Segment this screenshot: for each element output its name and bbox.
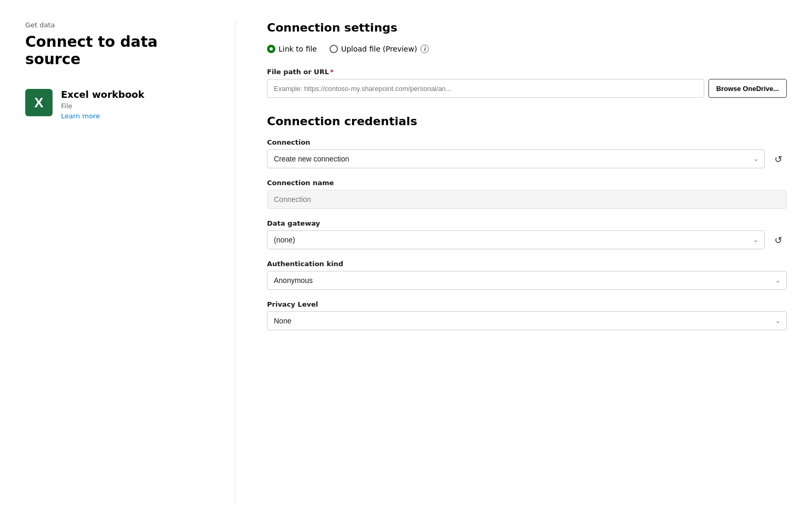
privacy-level-select-wrapper: None ⌄ bbox=[267, 311, 787, 330]
source-name: Excel workbook bbox=[61, 89, 145, 100]
connection-select-row: Create new connection ⌄ ↺ bbox=[267, 149, 787, 168]
credentials-title: Connection credentials bbox=[267, 115, 787, 128]
connection-type-radio-group: Link to file Upload file (Preview) i bbox=[267, 45, 787, 53]
excel-icon: X bbox=[25, 89, 53, 116]
upload-file-radio[interactable] bbox=[330, 45, 338, 53]
privacy-level-select[interactable]: None bbox=[267, 311, 787, 330]
link-to-file-label: Link to file bbox=[279, 45, 317, 53]
page-title: Connect to data source bbox=[25, 33, 210, 68]
data-gateway-refresh-icon[interactable]: ↺ bbox=[770, 231, 787, 248]
data-gateway-select[interactable]: (none) bbox=[267, 230, 765, 249]
file-path-field: File path or URL* Browse OneDrive... bbox=[267, 68, 787, 98]
privacy-level-label: Privacy Level bbox=[267, 300, 787, 308]
auth-kind-field: Authentication kind Anonymous ⌄ bbox=[267, 260, 787, 290]
data-gateway-select-row: (none) ⌄ ↺ bbox=[267, 230, 787, 249]
connection-settings-title: Connection settings bbox=[267, 21, 787, 34]
auth-kind-label: Authentication kind bbox=[267, 260, 787, 268]
learn-more-link[interactable]: Learn more bbox=[61, 112, 145, 120]
data-gateway-field: Data gateway (none) ⌄ ↺ bbox=[267, 219, 787, 249]
connection-select[interactable]: Create new connection bbox=[267, 149, 765, 168]
data-gateway-label: Data gateway bbox=[267, 219, 787, 227]
data-source-info: X Excel workbook File Learn more bbox=[25, 89, 210, 120]
link-to-file-option[interactable]: Link to file bbox=[267, 45, 317, 53]
required-star: * bbox=[330, 68, 334, 76]
privacy-level-field: Privacy Level None ⌄ bbox=[267, 300, 787, 330]
link-to-file-radio[interactable] bbox=[267, 45, 275, 53]
connection-field-label: Connection bbox=[267, 138, 787, 146]
connection-field: Connection Create new connection ⌄ ↺ bbox=[267, 138, 787, 168]
file-path-row: Browse OneDrive... bbox=[267, 79, 787, 98]
file-path-label: File path or URL* bbox=[267, 68, 787, 76]
connection-name-field: Connection name bbox=[267, 179, 787, 209]
connection-select-wrapper: Create new connection ⌄ bbox=[267, 149, 765, 168]
source-type: File bbox=[61, 102, 145, 110]
browse-onedrive-button[interactable]: Browse OneDrive... bbox=[708, 79, 787, 98]
auth-kind-select-wrapper: Anonymous ⌄ bbox=[267, 271, 787, 290]
right-panel: Connection settings Link to file Upload … bbox=[235, 21, 787, 505]
credentials-section: Connection credentials Connection Create… bbox=[267, 115, 787, 330]
upload-file-option[interactable]: Upload file (Preview) i bbox=[330, 45, 429, 53]
auth-kind-select[interactable]: Anonymous bbox=[267, 271, 787, 290]
excel-letter: X bbox=[34, 95, 43, 111]
connection-name-input[interactable] bbox=[267, 190, 787, 209]
source-details: Excel workbook File Learn more bbox=[61, 89, 145, 120]
connection-name-label: Connection name bbox=[267, 179, 787, 187]
connection-refresh-icon[interactable]: ↺ bbox=[770, 150, 787, 167]
get-data-label: Get data bbox=[25, 21, 210, 29]
data-gateway-select-wrapper: (none) ⌄ bbox=[267, 230, 765, 249]
left-panel: Get data Connect to data source X Excel … bbox=[25, 21, 235, 505]
file-path-input[interactable] bbox=[267, 79, 704, 98]
upload-file-label: Upload file (Preview) bbox=[341, 45, 417, 53]
upload-file-info-icon[interactable]: i bbox=[420, 45, 429, 53]
